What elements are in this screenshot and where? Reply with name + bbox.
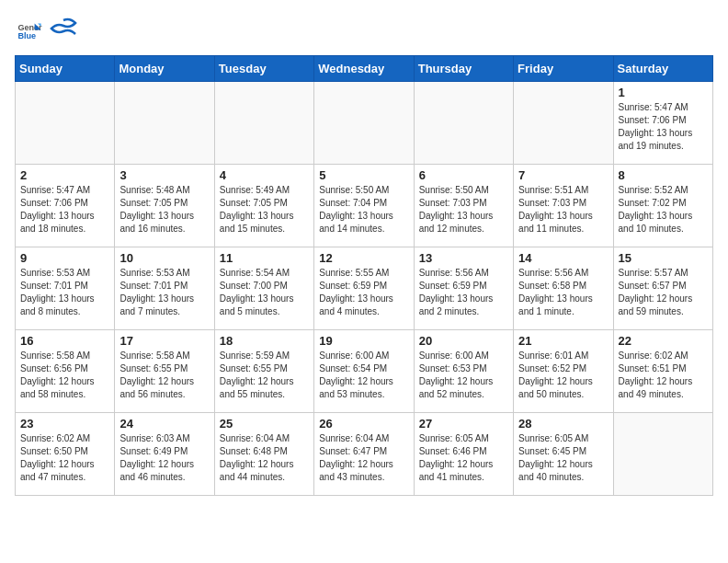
day-info: Sunrise: 5:55 AM Sunset: 6:59 PM Dayligh…: [319, 267, 408, 318]
day-info: Sunrise: 5:51 AM Sunset: 7:03 PM Dayligh…: [518, 184, 608, 236]
day-number: 22: [619, 334, 708, 348]
calendar-cell: 26Sunrise: 6:04 AM Sunset: 6:47 PM Dayli…: [314, 413, 414, 496]
day-number: 4: [220, 168, 309, 182]
day-info: Sunrise: 5:48 AM Sunset: 7:05 PM Dayligh…: [119, 184, 209, 236]
day-number: 5: [319, 168, 408, 182]
weekday-header-monday: Monday: [115, 56, 214, 82]
week-row-1: 1Sunrise: 5:47 AM Sunset: 7:06 PM Daylig…: [16, 82, 713, 165]
day-info: Sunrise: 5:53 AM Sunset: 7:01 PM Dayligh…: [20, 267, 109, 318]
day-info: Sunrise: 5:47 AM Sunset: 7:06 PM Dayligh…: [20, 184, 109, 236]
day-number: 14: [518, 251, 608, 265]
weekday-header-thursday: Thursday: [414, 56, 513, 82]
day-info: Sunrise: 5:54 AM Sunset: 7:00 PM Dayligh…: [220, 267, 309, 318]
day-number: 6: [419, 168, 508, 182]
calendar-cell: 13Sunrise: 5:56 AM Sunset: 6:59 PM Dayli…: [414, 247, 513, 330]
calendar-cell: [115, 82, 214, 165]
day-info: Sunrise: 6:04 AM Sunset: 6:48 PM Dayligh…: [220, 432, 309, 484]
calendar-cell: [414, 82, 513, 165]
day-info: Sunrise: 5:58 AM Sunset: 6:56 PM Dayligh…: [20, 350, 109, 401]
calendar-cell: 4Sunrise: 5:49 AM Sunset: 7:05 PM Daylig…: [214, 165, 313, 247]
day-number: 7: [518, 168, 608, 182]
calendar-cell: 24Sunrise: 6:03 AM Sunset: 6:49 PM Dayli…: [115, 413, 214, 496]
day-info: Sunrise: 6:01 AM Sunset: 6:52 PM Dayligh…: [518, 350, 608, 401]
day-number: 24: [119, 417, 209, 431]
day-number: 8: [619, 168, 708, 182]
weekday-header-row: SundayMondayTuesdayWednesdayThursdayFrid…: [16, 56, 713, 82]
week-row-5: 23Sunrise: 6:02 AM Sunset: 6:50 PM Dayli…: [16, 413, 713, 496]
calendar-cell: 28Sunrise: 6:05 AM Sunset: 6:45 PM Dayli…: [514, 413, 613, 496]
day-info: Sunrise: 5:50 AM Sunset: 7:03 PM Dayligh…: [419, 184, 508, 236]
day-number: 25: [220, 417, 309, 431]
calendar-cell: 18Sunrise: 5:59 AM Sunset: 6:55 PM Dayli…: [214, 330, 313, 413]
day-number: 2: [20, 168, 109, 182]
calendar-cell: 21Sunrise: 6:01 AM Sunset: 6:52 PM Dayli…: [514, 330, 613, 413]
day-info: Sunrise: 5:59 AM Sunset: 6:55 PM Dayligh…: [220, 350, 309, 401]
day-number: 21: [518, 334, 608, 348]
calendar-cell: 11Sunrise: 5:54 AM Sunset: 7:00 PM Dayli…: [214, 247, 313, 330]
week-row-3: 9Sunrise: 5:53 AM Sunset: 7:01 PM Daylig…: [16, 247, 713, 330]
logo-icon: General Blue: [17, 18, 42, 44]
day-info: Sunrise: 6:04 AM Sunset: 6:47 PM Dayligh…: [319, 432, 408, 484]
calendar-cell: 3Sunrise: 5:48 AM Sunset: 7:05 PM Daylig…: [115, 165, 214, 247]
calendar-cell: 25Sunrise: 6:04 AM Sunset: 6:48 PM Dayli…: [214, 413, 313, 496]
calendar-cell: [16, 82, 115, 165]
day-info: Sunrise: 6:02 AM Sunset: 6:50 PM Dayligh…: [20, 432, 109, 484]
calendar-cell: 7Sunrise: 5:51 AM Sunset: 7:03 PM Daylig…: [514, 165, 613, 247]
calendar-cell: 12Sunrise: 5:55 AM Sunset: 6:59 PM Dayli…: [314, 247, 414, 330]
day-info: Sunrise: 5:58 AM Sunset: 6:55 PM Dayligh…: [119, 350, 209, 401]
calendar-cell: 2Sunrise: 5:47 AM Sunset: 7:06 PM Daylig…: [16, 165, 115, 247]
weekday-header-wednesday: Wednesday: [314, 56, 414, 82]
calendar-cell: 10Sunrise: 5:53 AM Sunset: 7:01 PM Dayli…: [115, 247, 214, 330]
week-row-2: 2Sunrise: 5:47 AM Sunset: 7:06 PM Daylig…: [16, 165, 713, 247]
day-info: Sunrise: 5:57 AM Sunset: 6:57 PM Dayligh…: [619, 267, 708, 318]
calendar-cell: 14Sunrise: 5:56 AM Sunset: 6:58 PM Dayli…: [514, 247, 613, 330]
weekday-header-friday: Friday: [514, 56, 613, 82]
calendar-cell: [214, 82, 313, 165]
svg-text:Blue: Blue: [17, 31, 36, 40]
logo-wave-icon: [50, 16, 77, 43]
calendar-cell: 19Sunrise: 6:00 AM Sunset: 6:54 PM Dayli…: [314, 330, 414, 413]
day-info: Sunrise: 6:05 AM Sunset: 6:46 PM Dayligh…: [419, 432, 508, 484]
day-info: Sunrise: 6:05 AM Sunset: 6:45 PM Dayligh…: [518, 432, 608, 484]
weekday-header-saturday: Saturday: [613, 56, 712, 82]
calendar-cell: 9Sunrise: 5:53 AM Sunset: 7:01 PM Daylig…: [16, 247, 115, 330]
calendar-table: SundayMondayTuesdayWednesdayThursdayFrid…: [15, 55, 713, 496]
calendar-cell: 1Sunrise: 5:47 AM Sunset: 7:06 PM Daylig…: [613, 82, 712, 165]
day-info: Sunrise: 5:49 AM Sunset: 7:05 PM Dayligh…: [220, 184, 309, 236]
calendar-cell: 5Sunrise: 5:50 AM Sunset: 7:04 PM Daylig…: [314, 165, 414, 247]
calendar-cell: 6Sunrise: 5:50 AM Sunset: 7:03 PM Daylig…: [414, 165, 513, 247]
calendar-cell: 16Sunrise: 5:58 AM Sunset: 6:56 PM Dayli…: [16, 330, 115, 413]
day-number: 23: [20, 417, 109, 431]
day-info: Sunrise: 5:56 AM Sunset: 6:58 PM Dayligh…: [518, 267, 608, 318]
day-info: Sunrise: 5:50 AM Sunset: 7:04 PM Dayligh…: [319, 184, 408, 236]
day-number: 26: [319, 417, 408, 431]
day-info: Sunrise: 5:56 AM Sunset: 6:59 PM Dayligh…: [419, 267, 508, 318]
calendar-cell: 17Sunrise: 5:58 AM Sunset: 6:55 PM Dayli…: [115, 330, 214, 413]
day-info: Sunrise: 6:02 AM Sunset: 6:51 PM Dayligh…: [619, 350, 708, 401]
day-info: Sunrise: 6:00 AM Sunset: 6:53 PM Dayligh…: [419, 350, 508, 401]
day-number: 28: [518, 417, 608, 431]
calendar-cell: [314, 82, 414, 165]
day-number: 12: [319, 251, 408, 265]
day-number: 1: [619, 86, 708, 99]
day-number: 10: [119, 251, 209, 265]
day-number: 16: [20, 334, 109, 348]
calendar-cell: 15Sunrise: 5:57 AM Sunset: 6:57 PM Dayli…: [613, 247, 712, 330]
day-info: Sunrise: 5:52 AM Sunset: 7:02 PM Dayligh…: [619, 184, 708, 236]
day-number: 18: [220, 334, 309, 348]
calendar-cell: [514, 82, 613, 165]
page-header: General Blue: [15, 15, 713, 48]
day-number: 17: [119, 334, 209, 348]
calendar-cell: [613, 413, 712, 496]
calendar-cell: 8Sunrise: 5:52 AM Sunset: 7:02 PM Daylig…: [613, 165, 712, 247]
day-info: Sunrise: 5:53 AM Sunset: 7:01 PM Dayligh…: [119, 267, 209, 318]
day-number: 20: [419, 334, 508, 348]
calendar-cell: 23Sunrise: 6:02 AM Sunset: 6:50 PM Dayli…: [16, 413, 115, 496]
day-info: Sunrise: 6:03 AM Sunset: 6:49 PM Dayligh…: [119, 432, 209, 484]
day-number: 19: [319, 334, 408, 348]
day-number: 15: [619, 251, 708, 265]
day-info: Sunrise: 5:47 AM Sunset: 7:06 PM Dayligh…: [619, 101, 708, 153]
day-number: 9: [20, 251, 109, 265]
calendar-cell: 22Sunrise: 6:02 AM Sunset: 6:51 PM Dayli…: [613, 330, 712, 413]
calendar-cell: 27Sunrise: 6:05 AM Sunset: 6:46 PM Dayli…: [414, 413, 513, 496]
